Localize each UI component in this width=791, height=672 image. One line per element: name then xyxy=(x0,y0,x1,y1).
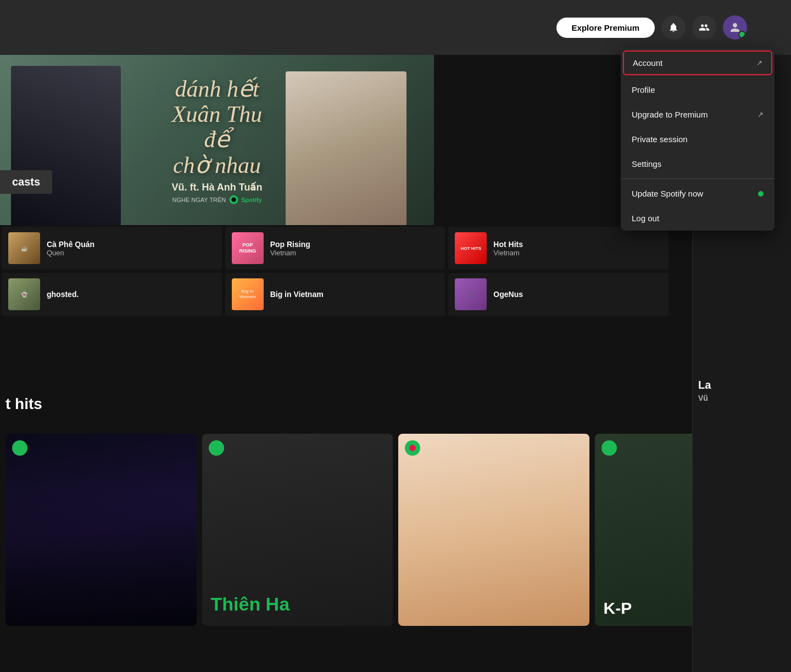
private-session-label: Private session xyxy=(632,135,688,144)
playlist-thumb: Big inVietnam xyxy=(232,278,264,310)
upgrade-label: Upgrade to Premium xyxy=(632,110,708,119)
list-item[interactable]: Big inVietnam Big in Vietnam xyxy=(225,273,445,316)
thumb-label: HOT HITS xyxy=(455,232,487,264)
playlist-name: Pop Rising xyxy=(270,240,439,249)
spotify-badge xyxy=(601,440,617,456)
profile-label: Profile xyxy=(632,85,655,94)
album-label: K-P xyxy=(604,599,632,618)
external-link-icon-2: ↗ xyxy=(757,110,764,119)
playlist-grid: ☕ Cà Phê Quán Quen POP RISING Pop Rising… xyxy=(0,225,670,317)
hits-text: hits xyxy=(15,395,42,412)
album-card[interactable]: Thiên Ha xyxy=(202,434,393,626)
album-card[interactable] xyxy=(398,434,589,626)
upgrade-menu-item[interactable]: Upgrade to Premium ↗ xyxy=(621,102,775,127)
playlist-thumb: 👻 xyxy=(8,278,40,310)
thumb-label: 🎵 xyxy=(455,278,487,310)
spotify-badge xyxy=(12,440,27,456)
playlist-sub: Vietnam xyxy=(493,249,662,257)
settings-label: Settings xyxy=(632,159,661,169)
album-card[interactable] xyxy=(5,434,197,626)
hero-banner[interactable]: dánh hết Xuân Thu để chờ nhau Vũ. ft. Hà… xyxy=(0,55,434,225)
section-casts-label: casts xyxy=(0,170,52,194)
svg-point-4 xyxy=(606,445,612,451)
banner-text-block: dánh hết Xuân Thu để chờ nhau Vũ. ft. Hà… xyxy=(172,76,263,204)
playlist-info: Big in Vietnam xyxy=(270,290,439,299)
spotify-badge xyxy=(405,440,420,456)
playlist-thumb: ☕ xyxy=(8,232,40,264)
banner-subtitle-text: NGHE NGAY TRÊN xyxy=(172,196,226,203)
playlist-name: ghosted. xyxy=(47,290,215,299)
playlist-name: Hot Hits xyxy=(493,240,662,249)
spotify-logo-small xyxy=(229,195,238,204)
album-cards-row: Thiên Ha K-P xyxy=(0,434,791,626)
right-panel-label: La Vũ xyxy=(698,379,711,402)
svg-point-0 xyxy=(231,197,236,201)
banner-line2: Xuân Thu xyxy=(172,102,263,127)
figure-left xyxy=(11,66,121,225)
logout-label: Log out xyxy=(632,214,659,223)
playlist-name: Big in Vietnam xyxy=(270,290,439,299)
people-icon xyxy=(699,22,710,33)
playlist-sub: Quen xyxy=(47,249,215,257)
explore-premium-button[interactable]: Explore Premium xyxy=(556,18,655,38)
list-item[interactable]: HOT HITS Hot Hits Vietnam xyxy=(448,227,669,270)
thumb-label: POP RISING xyxy=(232,232,264,264)
avatar-icon xyxy=(728,21,742,34)
playlist-name: OgeNus xyxy=(493,290,662,299)
svg-point-1 xyxy=(16,445,23,451)
right-label-text: La xyxy=(698,379,711,391)
settings-menu-item[interactable]: Settings xyxy=(621,152,775,176)
menu-divider xyxy=(621,178,775,179)
logout-menu-item[interactable]: Log out xyxy=(621,206,775,231)
bell-icon xyxy=(668,22,679,33)
update-dot-indicator xyxy=(758,191,764,197)
banner-title: dánh hết Xuân Thu để chờ nhau xyxy=(172,76,263,178)
banner-line4: chờ nhau xyxy=(172,152,263,177)
album-label: Thiên Ha xyxy=(211,593,290,615)
list-item[interactable]: POP RISING Pop Rising Vietnam xyxy=(225,227,445,270)
profile-menu-item[interactable]: Profile xyxy=(621,77,775,102)
user-avatar-button[interactable] xyxy=(723,15,747,40)
spotify-badge xyxy=(209,440,224,456)
playlist-info: Cà Phê Quán Quen xyxy=(47,240,215,257)
update-label: Update Spotify now xyxy=(632,189,703,198)
playlist-sub: Vietnam xyxy=(270,249,439,257)
playlist-info: ghosted. xyxy=(47,290,215,299)
banner-artist: Vũ. ft. Hà Anh Tuấn xyxy=(172,181,263,193)
playlist-thumb: 🎵 xyxy=(455,278,487,310)
user-dropdown-menu: Account ↗ Profile Upgrade to Premium ↗ P… xyxy=(621,48,775,231)
playlist-name: Cà Phê Quán xyxy=(47,240,215,249)
figure-right xyxy=(286,71,406,225)
topbar: Explore Premium xyxy=(0,0,791,55)
update-menu-item[interactable]: Update Spotify now xyxy=(621,181,775,206)
platform-name: Spotify xyxy=(241,196,261,203)
account-label: Account xyxy=(633,58,662,68)
private-session-menu-item[interactable]: Private session xyxy=(621,127,775,152)
banner-line1: dánh hết xyxy=(172,76,263,102)
playlist-thumb: HOT HITS xyxy=(455,232,487,264)
thumb-label: 👻 xyxy=(8,278,40,310)
external-link-icon: ↗ xyxy=(756,59,762,67)
svg-point-2 xyxy=(213,445,220,451)
playlist-info: OgeNus xyxy=(493,290,662,299)
thumb-label: ☕ xyxy=(8,232,40,264)
top-hits-partial-label: t hits xyxy=(5,395,42,413)
list-item[interactable]: ☕ Cà Phê Quán Quen xyxy=(2,227,222,270)
friends-button[interactable] xyxy=(692,15,716,40)
svg-point-3 xyxy=(409,445,416,451)
right-sub-text: Vũ xyxy=(698,394,711,402)
account-menu-item[interactable]: Account ↗ xyxy=(623,51,772,75)
list-item[interactable]: 🎵 OgeNus xyxy=(448,273,669,316)
list-item[interactable]: 👻 ghosted. xyxy=(2,273,222,316)
banner-subtitle: NGHE NGAY TRÊN Spotify xyxy=(172,195,263,204)
thumb-label: Big inVietnam xyxy=(232,278,264,310)
notifications-button[interactable] xyxy=(661,15,686,40)
playlist-info: Hot Hits Vietnam xyxy=(493,240,662,257)
top-hits-text: t xyxy=(5,395,15,412)
playlist-thumb: POP RISING xyxy=(232,232,264,264)
banner-line3: để xyxy=(172,127,263,152)
playlist-info: Pop Rising Vietnam xyxy=(270,240,439,257)
